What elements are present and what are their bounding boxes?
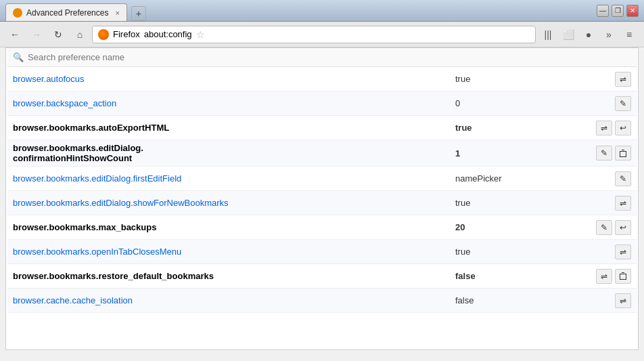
preference-actions: ⇌: [591, 245, 631, 259]
svg-rect-0: [620, 151, 626, 152]
table-row: browser.bookmarks.editDialog.confirmatio…: [7, 140, 637, 167]
tab-favicon: [13, 8, 22, 18]
tab-close-button[interactable]: ×: [115, 9, 119, 17]
preference-name[interactable]: browser.autofocus: [13, 74, 455, 84]
edit-button[interactable]: ✎: [596, 220, 612, 235]
firefox-logo-icon: [98, 29, 109, 40]
more-button[interactable]: »: [599, 25, 618, 44]
preference-actions: ⇌: [591, 293, 631, 308]
table-row: browser.bookmarks.autoExportHTMLtrue⇌↩: [7, 116, 637, 140]
table-row: browser.bookmarks.max_backups20✎↩: [7, 215, 637, 240]
preference-name[interactable]: browser.bookmarks.editDialog.firstEditFi…: [13, 173, 455, 184]
preference-actions: ⇌: [591, 72, 631, 87]
preference-value: 0: [455, 98, 591, 108]
toggle-button[interactable]: ⇌: [615, 245, 631, 259]
table-row: browser.cache.cache_isolationfalse⇌: [7, 289, 637, 313]
preference-name[interactable]: browser.backspace_action: [13, 98, 455, 108]
edit-button[interactable]: ✎: [615, 171, 631, 186]
preference-actions: ⇌: [591, 196, 631, 211]
search-bar: 🔍: [7, 48, 637, 67]
tab-view-button[interactable]: ⬜: [559, 25, 578, 44]
preference-actions: ✎: [591, 96, 631, 111]
reload-button[interactable]: ↻: [49, 25, 68, 44]
svg-rect-7: [620, 274, 620, 280]
svg-rect-3: [626, 152, 626, 157]
bookmark-star-icon[interactable]: ☆: [196, 29, 205, 40]
svg-rect-4: [620, 156, 626, 157]
url-text: about:config: [144, 29, 192, 39]
preference-value: true: [455, 123, 591, 133]
table-row: browser.bookmarks.restore_default_bookma…: [7, 264, 637, 289]
preference-name[interactable]: browser.cache.cache_isolation: [13, 295, 455, 305]
preference-name[interactable]: browser.bookmarks.restore_default_bookma…: [13, 271, 455, 281]
preference-list: browser.autofocustrue⇌browser.backspace_…: [7, 67, 637, 313]
search-icon: 🔍: [13, 52, 24, 62]
toggle-button[interactable]: ⇌: [615, 72, 631, 87]
table-row: browser.bookmarks.openInTabClosesMenutru…: [7, 240, 637, 264]
preferences-panel: 🔍 browser.autofocustrue⇌browser.backspac…: [5, 47, 639, 350]
svg-rect-8: [626, 274, 626, 280]
reset-button[interactable]: ↩: [615, 220, 631, 235]
preference-value: 20: [455, 222, 591, 232]
active-tab[interactable]: Advanced Preferences ×: [5, 3, 127, 21]
restore-button[interactable]: ❐: [612, 5, 624, 17]
svg-rect-6: [622, 272, 624, 273]
new-tab-button[interactable]: +: [131, 6, 146, 21]
table-row: browser.autofocustrue⇌: [7, 67, 637, 91]
edit-button[interactable]: ✎: [596, 146, 612, 161]
svg-rect-1: [622, 150, 624, 150]
bookmarks-button[interactable]: |||: [538, 25, 557, 44]
svg-rect-5: [620, 274, 626, 274]
nav-bar: ← → ↻ ⌂ Firefox about:config ☆ ||| ⬜ ● »…: [0, 22, 644, 47]
preference-name[interactable]: browser.bookmarks.max_backups: [13, 222, 455, 232]
preference-value: true: [455, 247, 591, 257]
reset-button[interactable]: ↩: [615, 121, 631, 135]
address-bar[interactable]: Firefox about:config ☆: [92, 26, 536, 43]
preference-actions: ✎: [591, 171, 631, 186]
preference-value: true: [455, 198, 591, 208]
preference-value: true: [455, 74, 591, 84]
nav-icons-right: ||| ⬜ ● » ≡: [538, 25, 639, 44]
table-row: browser.bookmarks.editDialog.firstEditFi…: [7, 167, 637, 191]
table-row: browser.backspace_action0✎: [7, 91, 637, 116]
edit-button[interactable]: ✎: [615, 96, 631, 111]
close-button[interactable]: ✕: [626, 5, 639, 17]
toggle-button[interactable]: ⇌: [596, 121, 612, 135]
delete-button[interactable]: [615, 269, 631, 284]
toggle-button[interactable]: ⇌: [615, 293, 631, 308]
window-controls: — ❐ ✕: [597, 5, 639, 17]
toggle-button[interactable]: ⇌: [596, 269, 612, 284]
home-button[interactable]: ⌂: [70, 25, 89, 44]
preference-value: namePicker: [455, 173, 591, 184]
tab-label: Advanced Preferences: [26, 8, 108, 18]
svg-rect-9: [620, 279, 626, 280]
account-button[interactable]: ●: [579, 25, 598, 44]
menu-button[interactable]: ≡: [620, 25, 639, 44]
preference-name[interactable]: browser.bookmarks.editDialog.showForNewB…: [13, 198, 455, 208]
title-bar: Advanced Preferences × + — ❐ ✕: [0, 0, 644, 22]
minimize-button[interactable]: —: [597, 5, 609, 17]
search-input[interactable]: [28, 52, 631, 62]
back-button[interactable]: ←: [5, 25, 24, 44]
preference-actions: ✎: [591, 146, 631, 161]
preference-value: false: [455, 295, 591, 305]
svg-rect-2: [620, 152, 620, 157]
preference-actions: ⇌: [591, 269, 631, 284]
preference-name[interactable]: browser.bookmarks.editDialog.confirmatio…: [13, 143, 455, 163]
preference-name[interactable]: browser.bookmarks.autoExportHTML: [13, 123, 455, 133]
tab-strip: Advanced Preferences × +: [5, 0, 597, 21]
preference-value: 1: [455, 148, 591, 158]
preference-actions: ⇌↩: [591, 121, 631, 135]
table-row: browser.bookmarks.editDialog.showForNewB…: [7, 191, 637, 215]
preference-actions: ✎↩: [591, 220, 631, 235]
preference-value: false: [455, 271, 591, 281]
preference-name[interactable]: browser.bookmarks.openInTabClosesMenu: [13, 247, 455, 257]
browser-label: Firefox: [113, 29, 140, 39]
content-wrapper: 🔍 browser.autofocustrue⇌browser.backspac…: [6, 48, 638, 313]
delete-button[interactable]: [615, 146, 631, 161]
toggle-button[interactable]: ⇌: [615, 196, 631, 211]
forward-button[interactable]: →: [27, 25, 46, 44]
